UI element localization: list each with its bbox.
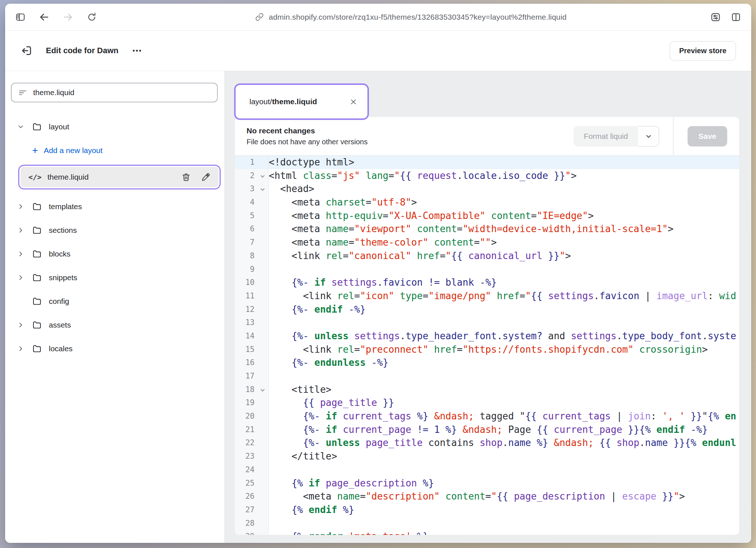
action-label: Add a new layout	[44, 146, 102, 155]
code-line	[269, 316, 739, 329]
code-editor: 1234567891011121314151617181920212223242…	[235, 156, 739, 535]
chevron-down-icon[interactable]	[17, 124, 32, 130]
url-text: admin.shopify.com/store/rzq1xu-f5/themes…	[269, 13, 567, 21]
chevron-right-icon[interactable]	[17, 203, 32, 210]
folder-label: config	[49, 297, 69, 306]
preview-store-button[interactable]: Preview store	[670, 41, 736, 60]
line-number: 27	[235, 503, 268, 517]
browser-window: admin.shopify.com/store/rzq1xu-f5/themes…	[5, 4, 751, 543]
line-number: 28	[235, 517, 268, 530]
reload-button[interactable]	[87, 12, 97, 22]
sidebar-toggle-button[interactable]	[15, 12, 25, 22]
line-number: 17	[235, 369, 268, 383]
code-line: <link rel="preconnect" href="https://fon…	[269, 343, 739, 356]
code-line: {%- endunless -%}	[269, 356, 739, 369]
code-line: {%- if current_tags %} &ndash; tagged "{…	[269, 410, 739, 423]
sidebar-item-templates[interactable]: templates	[11, 195, 218, 218]
back-icon	[39, 12, 50, 23]
code-line: {%- if settings.favicon != blank -%}	[269, 276, 739, 289]
fold-chevron-icon[interactable]	[260, 173, 264, 177]
folder-icon	[32, 225, 49, 235]
line-number: 10	[235, 276, 268, 289]
code-line: <link rel="canonical" href="{{ canonical…	[269, 249, 739, 263]
format-liquid-button[interactable]: Format liquid	[574, 126, 638, 146]
fold-chevron-icon[interactable]	[260, 387, 264, 391]
line-number: 1	[235, 156, 268, 169]
split-view-button[interactable]	[731, 12, 741, 22]
folder-label: sections	[49, 226, 77, 235]
folder-label: locales	[49, 344, 72, 353]
sidebar-item-sections[interactable]: sections	[11, 218, 218, 242]
save-button[interactable]: Save	[688, 126, 727, 146]
line-number: 25	[235, 477, 268, 490]
line-number: 29	[235, 530, 268, 535]
app-header: Edit code for Dawn Preview store	[5, 31, 751, 71]
delete-file-icon[interactable]	[181, 172, 191, 182]
ellipsis-icon	[131, 45, 142, 56]
tab-bar: layout/theme.liquid	[225, 71, 751, 117]
code-line	[269, 369, 739, 383]
plus-icon: +	[32, 145, 38, 156]
sidebar-item-locales[interactable]: locales	[11, 337, 218, 360]
header-divider	[673, 117, 674, 155]
code-line: {{ page_title }}	[269, 396, 739, 410]
more-menu-button[interactable]	[131, 45, 142, 56]
editor-card: No recent changes File does not have any…	[235, 117, 739, 535]
chevron-right-icon[interactable]	[17, 322, 32, 328]
reload-icon	[87, 12, 97, 22]
code-line: {% render 'meta-tags' %}	[269, 530, 739, 535]
code-line: <meta name="description" content="{{ pag…	[269, 490, 739, 503]
code-line: <meta name="theme-color" content="">	[269, 236, 739, 249]
panel-subtitle: File does not have any other versions	[247, 138, 367, 146]
close-icon[interactable]	[350, 98, 357, 106]
folder-icon	[32, 320, 49, 330]
line-number: 6	[235, 222, 268, 236]
tab-theme-liquid[interactable]: layout/theme.liquid	[236, 85, 367, 118]
forward-button[interactable]	[63, 12, 74, 23]
code-line: {% endif %}	[269, 503, 739, 517]
code-file-icon: </>	[28, 173, 42, 181]
code-line: {%- unless settings.type_header_font.sys…	[269, 329, 739, 343]
folder-label: snippets	[49, 273, 77, 282]
folder-icon	[32, 273, 49, 282]
split-view-icon	[731, 12, 741, 22]
browser-toolbar: admin.shopify.com/store/rzq1xu-f5/themes…	[5, 4, 751, 31]
exit-icon	[20, 44, 33, 57]
line-number: 12	[235, 303, 268, 316]
customize-icon	[710, 12, 721, 22]
code-line: <head>	[269, 182, 739, 196]
sidebar-item-blocks[interactable]: blocks	[11, 242, 218, 266]
line-number: 23	[235, 450, 268, 463]
back-button[interactable]	[39, 12, 50, 23]
page-title: Edit code for Dawn	[46, 46, 118, 55]
folder-label: templates	[49, 202, 82, 211]
code-line: <html class="js" lang="{{ request.locale…	[269, 169, 739, 183]
code-line: {% if page_description %}	[269, 477, 739, 490]
sidebar-item-snippets[interactable]: snippets	[11, 266, 218, 289]
add-new-layout-button[interactable]: +Add a new layout	[11, 138, 218, 162]
file-search-input[interactable]	[33, 88, 210, 97]
fold-chevron-icon[interactable]	[260, 187, 264, 191]
url-bar[interactable]: admin.shopify.com/store/rzq1xu-f5/themes…	[135, 13, 686, 21]
code-line: <title>	[269, 383, 739, 396]
sidebar-item-assets[interactable]: assets	[11, 313, 218, 337]
folder-icon	[32, 296, 49, 306]
file-search-box[interactable]	[11, 83, 218, 102]
exit-editor-button[interactable]	[20, 44, 33, 57]
line-number: 2	[235, 169, 268, 183]
code-area[interactable]: <!doctype html><html class="js" lang="{{…	[269, 156, 739, 535]
format-liquid-menu-button[interactable]	[638, 126, 659, 146]
code-line: </title>	[269, 450, 739, 463]
line-number: 22	[235, 436, 268, 450]
chevron-right-icon[interactable]	[17, 227, 32, 234]
chevron-right-icon[interactable]	[17, 274, 32, 281]
sidebar-item-layout[interactable]: layout	[11, 115, 218, 138]
sidebar-item-config[interactable]: config	[11, 289, 218, 313]
filter-icon	[18, 88, 27, 97]
rename-file-icon[interactable]	[201, 172, 210, 182]
chevron-right-icon[interactable]	[17, 345, 32, 352]
chevron-right-icon[interactable]	[17, 251, 32, 257]
customize-button[interactable]	[710, 12, 721, 22]
sidebar-item-theme-liquid[interactable]: </>theme.liquid	[20, 167, 218, 187]
line-number: 14	[235, 329, 268, 343]
